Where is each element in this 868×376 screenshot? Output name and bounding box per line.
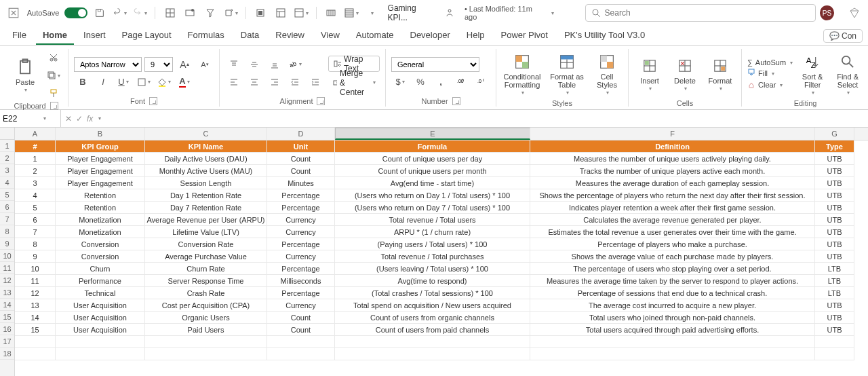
search-input[interactable] <box>605 8 810 18</box>
accept-formula-icon[interactable]: ✓ <box>76 114 83 124</box>
cell[interactable]: Session Length <box>145 177 267 189</box>
decrease-font-icon[interactable]: A▾ <box>196 57 214 72</box>
col-header-D[interactable]: D <box>267 128 335 140</box>
cell[interactable]: Churn Rate <box>145 263 267 275</box>
cell[interactable]: 4 <box>15 189 56 202</box>
cell[interactable]: The average cost incurred to acquire a n… <box>530 299 815 312</box>
orientation-icon[interactable]: ab▾ <box>286 57 304 72</box>
cell[interactable]: KPI Name <box>145 140 267 153</box>
cell[interactable]: Total revenue / Total users <box>335 214 530 226</box>
tab-automate[interactable]: Automate <box>349 26 401 45</box>
align-middle-icon[interactable] <box>245 57 263 72</box>
cell[interactable] <box>56 336 145 348</box>
cell[interactable]: UTB <box>815 202 854 214</box>
cell[interactable]: Day 7 Retention Rate <box>145 202 267 214</box>
fx-icon[interactable]: fx <box>87 114 93 124</box>
percent-icon[interactable]: % <box>412 75 429 90</box>
undo-icon[interactable]: ▾ <box>112 5 128 21</box>
conditional-formatting-button[interactable]: Conditional Formatting▾ <box>502 50 542 98</box>
row-header[interactable]: 1 <box>0 140 14 152</box>
cell[interactable]: 8 <box>15 238 56 250</box>
format-cells-button[interactable]: Format▾ <box>705 50 736 98</box>
cell[interactable]: Total users who joined through non-paid … <box>530 312 815 324</box>
fill-color-icon[interactable]: ▾ <box>155 75 173 90</box>
col-header-C[interactable]: C <box>145 128 267 140</box>
row-header[interactable]: 6 <box>0 201 14 213</box>
cell[interactable]: Count <box>267 153 335 165</box>
cell-styles-button[interactable]: Cell Styles▾ <box>591 50 623 98</box>
cell[interactable]: (Users who return on Day 1 / Total users… <box>335 189 530 202</box>
name-box-dropdown-icon[interactable]: ▾ <box>43 115 46 121</box>
tab-formulas[interactable]: Formulas <box>181 26 231 45</box>
cell[interactable]: Formula <box>335 140 530 153</box>
cell[interactable]: Shows the percentage of players who retu… <box>530 189 815 202</box>
tab-developer[interactable]: Developer <box>403 26 457 45</box>
select-all-corner[interactable] <box>0 128 14 140</box>
cell[interactable]: Calculates the average revenue generated… <box>530 214 815 226</box>
cell[interactable] <box>815 336 854 348</box>
cell[interactable]: Conversion <box>56 250 145 263</box>
cell[interactable]: (Users who return on Day 7 / Total users… <box>335 202 530 214</box>
cell[interactable]: Count <box>267 312 335 324</box>
comments-button[interactable]: 💬 Con <box>823 29 863 43</box>
save-icon[interactable] <box>92 5 108 21</box>
cell[interactable]: Indicates player retention a week after … <box>530 202 815 214</box>
cell[interactable]: (Total crashes / Total sessions) * 100 <box>335 287 530 299</box>
share-people-icon[interactable] <box>441 5 458 21</box>
cell[interactable]: User Acquisition <box>56 299 145 312</box>
cell[interactable]: Monthly Active Users (MAU) <box>145 165 267 177</box>
cell[interactable]: Total users acquired through paid advert… <box>530 324 815 336</box>
alignment-launcher-icon[interactable] <box>317 97 325 105</box>
tab-pk-s-utility-tool-v3-0[interactable]: PK's Utility Tool V3.0 <box>557 26 652 45</box>
row-header[interactable]: 11 <box>0 262 14 274</box>
border-icon[interactable]: ▾ <box>135 75 153 90</box>
cancel-formula-icon[interactable]: ✕ <box>65 114 72 124</box>
autosave-toggle[interactable] <box>64 7 87 18</box>
find-select-button[interactable]: Find & Select▾ <box>832 50 863 98</box>
cell[interactable]: Lifetime Value (LTV) <box>145 226 267 238</box>
cell[interactable]: Measures the number of unique users acti… <box>530 153 815 165</box>
avatar[interactable]: PS <box>820 5 835 20</box>
cell[interactable]: 9 <box>15 250 56 263</box>
cell[interactable]: Percentage of players who make a purchas… <box>530 238 815 250</box>
cell[interactable]: User Acquisition <box>56 324 145 336</box>
decrease-decimal-icon[interactable]: .0 <box>473 75 490 90</box>
row-header[interactable]: 12 <box>0 274 14 286</box>
cell[interactable] <box>56 348 145 360</box>
qat-icon-5[interactable] <box>253 5 269 21</box>
cell[interactable]: Total spend on acquisition / New users a… <box>335 299 530 312</box>
align-top-icon[interactable] <box>225 57 243 72</box>
cell[interactable]: Currency <box>267 250 335 263</box>
cut-icon[interactable] <box>45 50 62 65</box>
search-box[interactable] <box>585 4 816 22</box>
cell[interactable]: Server Response Time <box>145 275 267 287</box>
cell[interactable]: Paid Users <box>145 324 267 336</box>
qat-icon-1[interactable] <box>162 5 178 21</box>
cell[interactable]: Percentage <box>267 287 335 299</box>
cell[interactable]: Monetization <box>56 226 145 238</box>
premium-icon[interactable] <box>846 5 863 21</box>
row-header[interactable]: 18 <box>0 347 14 360</box>
cell[interactable] <box>15 336 56 348</box>
qat-icon-7[interactable]: ▾ <box>293 5 309 21</box>
increase-font-icon[interactable]: A▴ <box>176 57 193 72</box>
insert-cells-button[interactable]: Insert▾ <box>634 50 665 98</box>
cell[interactable]: 7 <box>15 226 56 238</box>
cell[interactable]: Percentage <box>267 263 335 275</box>
cell[interactable]: 11 <box>15 275 56 287</box>
cell[interactable]: (Paying users / Total users) * 100 <box>335 238 530 250</box>
redo-icon[interactable]: ▾ <box>132 5 148 21</box>
row-header[interactable]: 5 <box>0 189 14 201</box>
tab-power-pivot[interactable]: Power Pivot <box>494 26 555 45</box>
cell[interactable]: Churn <box>56 263 145 275</box>
cell[interactable]: Count <box>267 324 335 336</box>
tab-review[interactable]: Review <box>269 26 311 45</box>
tab-data[interactable]: Data <box>234 26 266 45</box>
cell[interactable]: Count of unique users per day <box>335 153 530 165</box>
col-header-A[interactable]: A <box>15 128 56 140</box>
tab-view[interactable]: View <box>314 26 347 45</box>
cell[interactable]: Player Engagement <box>56 165 145 177</box>
cell[interactable]: Percentage <box>267 238 335 250</box>
cell[interactable]: Player Engagement <box>56 177 145 189</box>
qat-icon-4[interactable]: ▾ <box>222 5 239 21</box>
